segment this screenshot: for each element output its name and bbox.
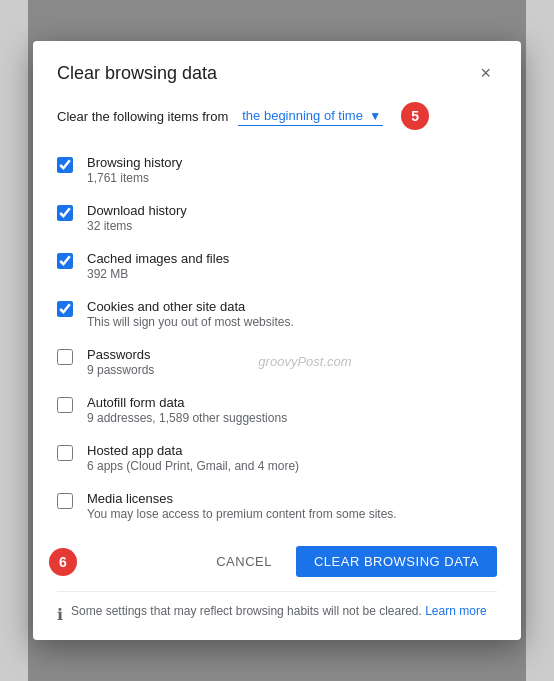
time-row: Clear the following items from the begin…: [57, 102, 497, 130]
list-item[interactable]: Cookies and other site data This will si…: [57, 290, 497, 338]
passwords-checkbox-wrap: [57, 349, 73, 369]
autofill-text: Autofill form data 9 addresses, 1,589 ot…: [87, 395, 287, 425]
autofill-checkbox-wrap: [57, 397, 73, 417]
step-5-badge: 5: [401, 102, 429, 130]
download-history-text: Download history 32 items: [87, 203, 187, 233]
info-text: Some settings that may reflect browsing …: [71, 604, 487, 618]
browsing-history-title: Browsing history: [87, 155, 182, 170]
download-history-title: Download history: [87, 203, 187, 218]
cookies-text: Cookies and other site data This will si…: [87, 299, 294, 329]
passwords-title: Passwords: [87, 347, 154, 362]
download-history-checkbox[interactable]: [57, 205, 73, 221]
info-icon: ℹ: [57, 605, 63, 624]
media-licenses-title: Media licenses: [87, 491, 397, 506]
cookies-sub: This will sign you out of most websites.: [87, 315, 294, 329]
list-item[interactable]: Download history 32 items: [57, 194, 497, 242]
list-item[interactable]: Hosted app data 6 apps (Cloud Print, Gma…: [57, 434, 497, 482]
cookies-checkbox[interactable]: [57, 301, 73, 317]
watermark: groovyPost.com: [258, 354, 351, 369]
hosted-app-checkbox-wrap: [57, 445, 73, 465]
bg-left: [0, 0, 28, 681]
time-select[interactable]: the beginning of time the past hour the …: [238, 106, 383, 126]
dialog: Clear browsing data × Clear the followin…: [33, 41, 521, 640]
passwords-text: Passwords 9 passwords: [87, 347, 154, 377]
info-bar: ℹ Some settings that may reflect browsin…: [57, 591, 497, 624]
dialog-title: Clear browsing data: [57, 63, 217, 84]
autofill-checkbox[interactable]: [57, 397, 73, 413]
media-licenses-checkbox-wrap: [57, 493, 73, 513]
autofill-title: Autofill form data: [87, 395, 287, 410]
dialog-header: Clear browsing data ×: [57, 61, 497, 86]
cached-images-title: Cached images and files: [87, 251, 229, 266]
clear-browsing-data-button[interactable]: CLEAR BROWSING DATA: [296, 546, 497, 577]
passwords-checkbox[interactable]: [57, 349, 73, 365]
hosted-app-sub: 6 apps (Cloud Print, Gmail, and 4 more): [87, 459, 299, 473]
list-item[interactable]: Passwords 9 passwords groovyPost.com: [57, 338, 497, 386]
items-list: Browsing history 1,761 items Download hi…: [57, 146, 497, 530]
autofill-sub: 9 addresses, 1,589 other suggestions: [87, 411, 287, 425]
time-select-wrapper: the beginning of time the past hour the …: [238, 106, 383, 126]
cookies-checkbox-wrap: [57, 301, 73, 321]
list-item[interactable]: Autofill form data 9 addresses, 1,589 ot…: [57, 386, 497, 434]
download-history-sub: 32 items: [87, 219, 187, 233]
cached-images-checkbox-wrap: [57, 253, 73, 273]
list-item[interactable]: Browsing history 1,761 items: [57, 146, 497, 194]
cached-images-sub: 392 MB: [87, 267, 229, 281]
hosted-app-text: Hosted app data 6 apps (Cloud Print, Gma…: [87, 443, 299, 473]
download-history-checkbox-wrap: [57, 205, 73, 225]
browsing-history-checkbox[interactable]: [57, 157, 73, 173]
close-icon: ×: [480, 63, 491, 83]
hosted-app-checkbox[interactable]: [57, 445, 73, 461]
dialog-footer: 6 CANCEL CLEAR BROWSING DATA: [57, 546, 497, 577]
list-item[interactable]: Media licenses You may lose access to pr…: [57, 482, 497, 530]
bg-right: [526, 0, 554, 681]
cookies-title: Cookies and other site data: [87, 299, 294, 314]
media-licenses-text: Media licenses You may lose access to pr…: [87, 491, 397, 521]
cancel-button[interactable]: CANCEL: [200, 546, 288, 577]
browsing-history-sub: 1,761 items: [87, 171, 182, 185]
list-item[interactable]: Cached images and files 392 MB: [57, 242, 497, 290]
cached-images-checkbox[interactable]: [57, 253, 73, 269]
cached-images-text: Cached images and files 392 MB: [87, 251, 229, 281]
step-6-badge: 6: [49, 548, 77, 576]
learn-more-link[interactable]: Learn more: [425, 604, 486, 618]
time-label: Clear the following items from: [57, 109, 228, 124]
media-licenses-sub: You may lose access to premium content f…: [87, 507, 397, 521]
browsing-history-checkbox-wrap: [57, 157, 73, 177]
browsing-history-text: Browsing history 1,761 items: [87, 155, 182, 185]
passwords-sub: 9 passwords: [87, 363, 154, 377]
media-licenses-checkbox[interactable]: [57, 493, 73, 509]
close-button[interactable]: ×: [474, 61, 497, 86]
hosted-app-title: Hosted app data: [87, 443, 299, 458]
